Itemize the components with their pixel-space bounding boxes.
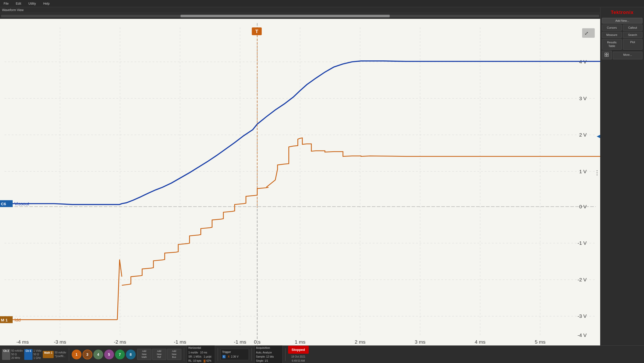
cursors-callout-row: Cursors Callout: [602, 25, 642, 31]
horizontal-rl: RL: 10 kpts ▓ 42%: [189, 359, 213, 363]
channel-7-button[interactable]: 7: [115, 350, 125, 359]
acquisition-mode: Auto, Analyze: [256, 351, 281, 355]
menu-utility[interactable]: Utility: [27, 1, 37, 6]
bottom-toolbar: Ch 2 50 mA/div50 Ω20 MHz Ch 6 1 V/div50 …: [0, 345, 644, 363]
waveform-title: Waveform View: [2, 8, 23, 12]
math1-badge[interactable]: Math 1: [43, 351, 54, 358]
waveform-svg: 4 V 3 V 2 V 1 V 0 V -1 V -2 V -3 V -4 V …: [0, 19, 600, 345]
math1-info: Math 1 50 mA/div^[coeffil...: [43, 351, 66, 358]
add-new-ref-button[interactable]: AddNewRef: [152, 349, 166, 360]
svg-text:0 V: 0 V: [579, 204, 587, 209]
waveform-title-bar: Waveform View: [0, 7, 600, 13]
ch8-label: 8: [130, 352, 132, 357]
svg-text:Vissout: Vissout: [14, 202, 29, 207]
trigger-level: 2.36 V: [231, 355, 239, 358]
main-layout: Waveform View: [0, 7, 644, 345]
trigger-edge: X: [228, 355, 230, 358]
svg-text:-4 V: -4 V: [577, 333, 587, 338]
ch6-info: Ch 6 1 V/div50 Ω1 GHz: [24, 349, 41, 360]
add-new-math-button[interactable]: AddNewMath: [137, 349, 151, 360]
menu-file[interactable]: File: [2, 1, 10, 6]
svg-text:M 1: M 1: [1, 318, 8, 322]
acquisition-sample: Sample: 12 bits: [256, 355, 281, 359]
svg-text:-1 ms: -1 ms: [174, 340, 186, 345]
logo-onix: onix: [623, 10, 634, 15]
separator-3: [218, 348, 218, 361]
horizontal-info[interactable]: Horizontal 1 ms/div 10 ms SR: 1 MS/s 1 µ…: [187, 345, 215, 363]
separator-2: [184, 348, 184, 361]
acquisition-title: Acquisition: [256, 346, 281, 350]
svg-text:Idd: Idd: [14, 318, 21, 322]
date-display: 18 Oct 2021: [291, 355, 305, 359]
svg-text:⤢: ⤢: [584, 30, 589, 36]
svg-text:2 V: 2 V: [579, 132, 587, 137]
results-table-button[interactable]: ResultsTable: [602, 39, 622, 50]
channel-4-button[interactable]: 4: [93, 350, 103, 359]
trigger-details: 6 X 2.36 V: [222, 355, 247, 359]
waveform-plot[interactable]: 4 V 3 V 2 V 1 V 0 V -1 V -2 V -3 V -4 V …: [0, 19, 600, 345]
ch2-badge[interactable]: Ch 2: [2, 349, 10, 360]
separator-4: [251, 348, 252, 361]
svg-text:C6: C6: [1, 202, 6, 206]
plot-button[interactable]: Plot: [623, 39, 643, 50]
waveform-container: Waveform View: [0, 7, 600, 345]
svg-text:-2 ms: -2 ms: [114, 340, 126, 345]
ch6-badge[interactable]: Ch 6: [24, 349, 32, 360]
time-display: 6:49:53 AM: [291, 359, 305, 363]
grid-icon-button[interactable]: [602, 51, 612, 59]
channel-8-button[interactable]: 8: [126, 350, 136, 359]
ch4-label: 4: [97, 352, 99, 357]
svg-text:3 ms: 3 ms: [415, 340, 426, 345]
cursors-button[interactable]: Cursors: [602, 25, 622, 31]
ch3-label: 3: [86, 352, 88, 357]
add-new-button[interactable]: Add New...: [602, 18, 642, 23]
svg-text:-3 V: -3 V: [577, 314, 587, 319]
svg-text:-1 ms: -1 ms: [234, 340, 246, 345]
math1-block: Math 1 50 mA/div^[coeffil...: [43, 351, 66, 358]
add-new-bus-button[interactable]: AddNewBus: [167, 349, 181, 360]
trigger-info[interactable]: Trigger 6 X 2.36 V: [221, 349, 249, 360]
stopped-group: Stopped 18 Oct 2021 6:49:53 AM: [288, 346, 309, 363]
acquisition-single: Single: 1/1: [256, 359, 281, 363]
horizontal-pct: ▓: [203, 359, 205, 362]
callout-button[interactable]: Callout: [623, 25, 643, 31]
channel-1-button[interactable]: 1: [72, 350, 81, 359]
datetime-display: 18 Oct 2021 6:49:53 AM: [291, 355, 305, 363]
separator-1: [69, 348, 69, 361]
svg-rect-53: [607, 53, 608, 54]
results-plot-row: ResultsTable Plot: [602, 39, 642, 50]
svg-rect-55: [607, 55, 608, 57]
svg-text:-2 V: -2 V: [577, 277, 587, 282]
channel-5-button[interactable]: 5: [104, 350, 114, 359]
trigger-ch-badge: 6: [222, 355, 226, 358]
svg-text:5 ms: 5 ms: [535, 340, 545, 345]
svg-text:1 ms: 1 ms: [295, 340, 306, 345]
svg-text:T: T: [255, 29, 258, 34]
scroll-bar-top[interactable]: [0, 13, 600, 19]
add-buttons-group: AddNewMath AddNewRef AddNewBus: [137, 349, 181, 360]
channel-buttons: 1 3 4 5 7 8: [72, 350, 136, 359]
measure-button[interactable]: Measure: [602, 32, 622, 38]
logo-tek: Tekt: [611, 10, 621, 15]
measure-search-row: Measure Search: [602, 32, 642, 38]
acquisition-info[interactable]: Acquisition Auto, Analyze Sample: 12 bit…: [254, 345, 283, 363]
menu-edit[interactable]: Edit: [14, 1, 23, 6]
ch6-block: Ch 6 1 V/div50 Ω1 GHz: [24, 349, 41, 360]
svg-text:⋮: ⋮: [594, 169, 600, 176]
horizontal-msdiv: 1 ms/div 10 ms: [189, 351, 213, 355]
ch2-block: Ch 2 50 mA/div50 Ω20 MHz: [2, 349, 23, 360]
stopped-button[interactable]: Stopped: [288, 346, 309, 354]
channel-3-button[interactable]: 3: [83, 350, 92, 359]
menu-help[interactable]: Help: [42, 1, 51, 6]
ch5-label: 5: [108, 352, 110, 357]
svg-text:-4 ms: -4 ms: [16, 340, 29, 345]
more-button[interactable]: More...: [613, 52, 642, 59]
scroll-thumb[interactable]: [181, 15, 390, 17]
svg-rect-54: [605, 55, 606, 57]
svg-text:4 ms: 4 ms: [475, 340, 486, 345]
search-button[interactable]: Search: [623, 32, 643, 38]
right-panel: Tektronix Add New... Cursors Callout Mea…: [600, 7, 644, 345]
ch2-params: 50 mA/div50 Ω20 MHz: [11, 349, 23, 360]
scroll-track[interactable]: [1, 15, 599, 17]
svg-text:-3 ms: -3 ms: [54, 340, 66, 345]
